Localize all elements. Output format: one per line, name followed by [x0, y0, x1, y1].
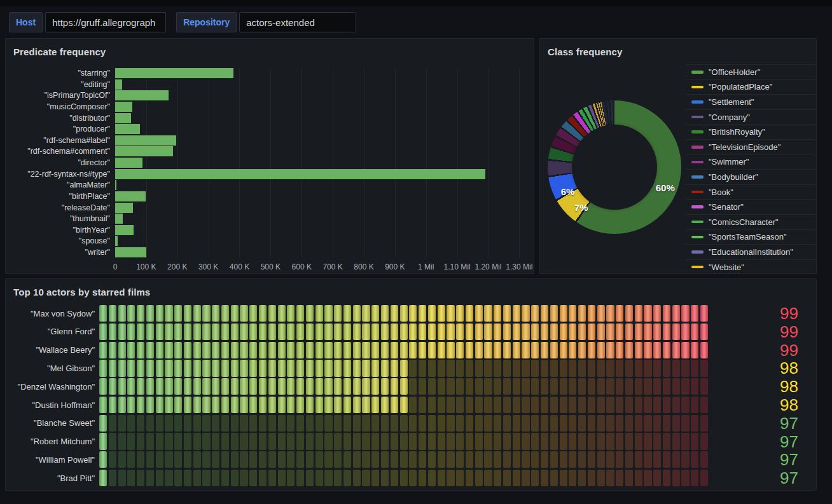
gauge-cell [569, 451, 576, 468]
bar[interactable] [115, 225, 134, 235]
gauge-cell [324, 378, 332, 395]
gauge-cell [494, 324, 501, 340]
gauge-cell [456, 360, 464, 376]
bar[interactable] [115, 236, 118, 246]
gauge-cell [362, 470, 370, 486]
gauge-cell [691, 378, 698, 395]
legend-item[interactable]: "Website" [686, 259, 815, 273]
gauge-cell [156, 342, 163, 358]
gauge-cell [231, 397, 239, 413]
bar[interactable] [115, 191, 146, 201]
gauge-cell [578, 470, 586, 486]
gauge-cell [391, 378, 398, 395]
legend-color-dash [691, 236, 704, 239]
legend-item[interactable]: "SportsTeamSeason" [686, 229, 815, 245]
repository-input[interactable] [239, 12, 356, 32]
class-donut-chart[interactable]: 60%6%7% [548, 100, 681, 234]
bar[interactable] [115, 146, 173, 156]
class-frequency-panel: Class frequency 60%6%7% "OfficeHolder""P… [539, 38, 817, 274]
bar[interactable] [115, 180, 116, 190]
legend-item[interactable]: "Book" [686, 184, 815, 200]
actors-lcd-gauge[interactable]: "Max von Sydow"99"Glenn Ford"99"Wallace … [6, 305, 816, 486]
predicate-panel-title[interactable]: Predicate frequency [6, 39, 534, 57]
bar-track [115, 225, 529, 235]
bar[interactable] [115, 68, 233, 78]
actor-name-label: "Mel Gibson" [6, 364, 99, 373]
gauge-cell [353, 342, 361, 358]
bar-track [115, 180, 529, 190]
legend-item[interactable]: "Settlement" [686, 94, 815, 109]
gauge-cell [409, 324, 417, 340]
class-panel-title[interactable]: Class frequency [540, 39, 816, 57]
gauge-cell [343, 415, 351, 432]
legend-item[interactable]: "PopulatedPlace" [686, 79, 815, 95]
gauge-cell [118, 305, 126, 322]
bar-row: "spouse" [6, 236, 529, 246]
gauge-cell [419, 470, 426, 486]
bar-track [115, 158, 529, 168]
gauge-cell [484, 433, 492, 449]
gauge-cell [184, 324, 191, 340]
gauge-cell [616, 397, 623, 413]
bar-track [115, 102, 529, 112]
gauge-cell [381, 433, 389, 449]
gauge-cell [184, 360, 191, 376]
bar[interactable] [115, 158, 142, 168]
legend-item[interactable]: "Senator" [686, 199, 815, 214]
gauge-cell [324, 470, 332, 486]
legend-color-dash [691, 86, 704, 89]
predicate-bar-chart[interactable]: "starring""editing""isPrimaryTopicOf""mu… [6, 67, 534, 273]
gauge-cell [663, 470, 670, 486]
gauge-cell [268, 378, 276, 395]
actors-panel-title[interactable]: Top 10 actors by starred films [6, 279, 816, 297]
gauge-cell [588, 433, 595, 449]
bar[interactable] [115, 124, 140, 134]
bar[interactable] [115, 169, 485, 179]
gauge-cell [109, 433, 116, 449]
legend-item[interactable]: "BritishRoyalty" [686, 124, 815, 139]
gauge-cell [362, 360, 370, 376]
legend-item[interactable]: "Swimmer" [686, 154, 815, 170]
bar[interactable] [115, 79, 122, 90]
gauge-cell [324, 360, 332, 376]
gauge-cell [484, 360, 492, 376]
gauge-cell [409, 305, 417, 322]
gauge-cell [644, 342, 651, 358]
bar[interactable] [115, 102, 132, 112]
bar[interactable] [115, 247, 146, 257]
legend-item[interactable]: "EducationalInstitution" [686, 244, 815, 259]
gauge-cell [212, 378, 219, 395]
legend-item[interactable]: "ComicsCharacter" [686, 214, 815, 229]
bar[interactable] [115, 90, 169, 100]
gauge-cell [475, 360, 483, 376]
gauge-cell [353, 305, 361, 322]
gauge-cell [202, 360, 210, 376]
gauge-cell [541, 324, 548, 340]
gauge-cell [259, 360, 267, 376]
bar[interactable] [115, 214, 123, 224]
gauge-cell [174, 305, 182, 322]
host-input[interactable] [45, 12, 166, 32]
gauge-cell [137, 324, 144, 340]
gauge-cell [560, 397, 567, 413]
gauge-cell [221, 397, 229, 413]
legend-item[interactable]: "Company" [686, 109, 815, 125]
legend-item[interactable]: "Bodybuilder" [686, 169, 815, 184]
gauge-cell [438, 451, 445, 468]
actor-gauge [99, 360, 708, 376]
legend-item[interactable]: "OfficeHolder" [686, 64, 815, 79]
gauge-cell [174, 342, 182, 358]
legend-item[interactable]: "TelevisionEpisode" [686, 139, 815, 154]
gauge-cell [371, 378, 379, 395]
bar[interactable] [115, 113, 131, 123]
bar[interactable] [115, 135, 176, 146]
actor-row: "Denzel Washington"98 [6, 378, 816, 395]
gauge-cell [560, 470, 567, 486]
gauge-cell [438, 433, 445, 449]
top-strip [0, 0, 832, 6]
bar[interactable] [115, 203, 133, 213]
gauge-cell [606, 415, 614, 432]
gauge-cell [109, 324, 116, 340]
gauge-cell [118, 415, 126, 432]
gauge-cell [278, 342, 286, 358]
